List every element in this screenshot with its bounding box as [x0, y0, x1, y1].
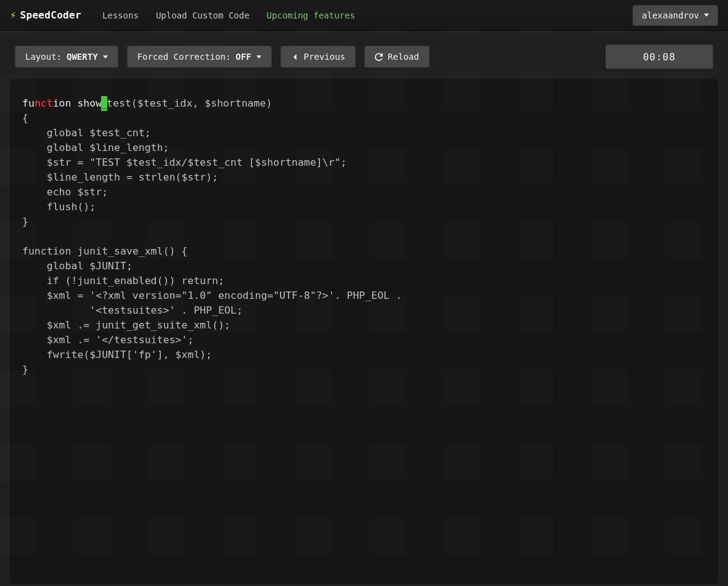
- layout-label: Layout:: [25, 52, 62, 62]
- chevron-left-icon: [291, 53, 299, 61]
- reload-label: Reload: [388, 52, 419, 62]
- previous-button[interactable]: Previous: [280, 46, 356, 68]
- user-name: alexaandrov: [642, 10, 699, 20]
- brand-text: SpeedCoder: [20, 9, 81, 21]
- layout-value: QWERTY: [67, 52, 98, 62]
- forced-correction-dropdown[interactable]: Forced Correction: OFF: [127, 46, 272, 68]
- chevron-down-icon: [256, 55, 261, 59]
- remaining-code: { global $test_cnt; global $line_length;…: [22, 112, 402, 375]
- typed-correct-prefix: fu: [22, 97, 35, 109]
- timer-display: 00:08: [605, 44, 713, 69]
- chevron-down-icon: [103, 55, 108, 59]
- forced-correction-value: OFF: [235, 52, 251, 62]
- typed-error-segment: nct: [35, 97, 53, 109]
- lightning-icon: ⚡: [10, 9, 17, 21]
- typing-code-area: function show_test($test_idx, $shortname…: [22, 96, 706, 377]
- typed-correct-suffix: ion show: [53, 97, 102, 109]
- forced-correction-label: Forced Correction:: [137, 52, 231, 62]
- layout-dropdown[interactable]: Layout: QWERTY: [15, 46, 118, 68]
- rest-of-first-line: test($test_idx, $shortname): [107, 97, 272, 109]
- toolbar: Layout: QWERTY Forced Correction: OFF Pr…: [0, 31, 728, 79]
- user-menu-button[interactable]: alexaandrov: [632, 5, 718, 26]
- code-panel[interactable]: function show_test($test_idx, $shortname…: [10, 79, 718, 584]
- nav-upcoming-features[interactable]: Upcoming features: [258, 6, 364, 25]
- reload-icon: [375, 53, 383, 61]
- previous-label: Previous: [304, 52, 345, 62]
- navbar: ⚡ SpeedCoder Lessons Upload Custom Code …: [0, 0, 728, 31]
- nav-upload-custom-code[interactable]: Upload Custom Code: [147, 6, 258, 25]
- chevron-down-icon: [704, 14, 709, 17]
- reload-button[interactable]: Reload: [364, 46, 430, 68]
- brand-logo[interactable]: ⚡ SpeedCoder: [10, 9, 81, 22]
- nav-lessons[interactable]: Lessons: [94, 6, 147, 25]
